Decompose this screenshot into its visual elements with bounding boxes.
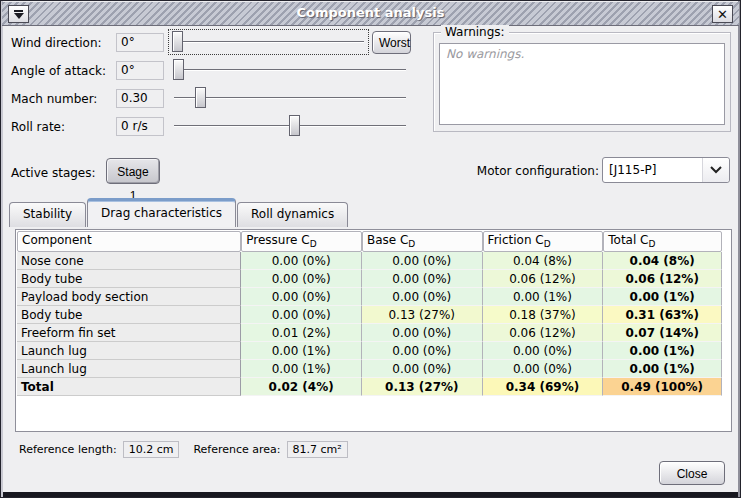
motor-configuration-value: [J115-P] <box>603 158 702 182</box>
roll-rate-label: Roll rate: <box>11 118 65 136</box>
worst-button[interactable]: Worst <box>372 31 411 54</box>
base-cd-value: 0.00 (0%) <box>362 252 483 270</box>
warnings-empty-text: No warnings. <box>446 47 524 61</box>
component-name: Body tube <box>17 306 241 324</box>
pressure-cd-value: 0.00 (0%) <box>241 306 362 324</box>
reference-info: Reference length: 10.2 cm Reference area… <box>19 441 348 458</box>
mach-number-field[interactable]: 0.30 <box>116 89 164 108</box>
table-row: Body tube 0.00 (0%) 0.00 (0%) 0.06 (12%)… <box>17 270 722 288</box>
base-cd-value: 0.00 (0%) <box>362 324 483 342</box>
warnings-group: Warnings: No warnings. <box>433 32 731 132</box>
warnings-list: No warnings. <box>439 43 725 125</box>
pressure-cd-value: 0.00 (1%) <box>241 342 362 360</box>
total-cd-value: 0.31 (63%) <box>603 306 722 324</box>
close-icon: ✕ <box>717 7 728 22</box>
slider-thumb[interactable] <box>173 59 184 80</box>
pressure-cd-value: 0.01 (2%) <box>241 324 362 342</box>
base-cd-value: 0.00 (0%) <box>362 288 483 306</box>
component-name: Payload body section <box>17 288 241 306</box>
pressure-cd-value: 0.02 (4%) <box>241 378 362 396</box>
component-name: Freeform fin set <box>17 324 241 342</box>
component-name: Nose cone <box>17 252 241 270</box>
friction-cd-value: 0.18 (37%) <box>483 306 604 324</box>
tab-roll-dynamics[interactable]: Roll dynamics <box>237 202 348 227</box>
window-title: Component analysis <box>2 5 739 20</box>
reference-length-value: 10.2 cm <box>123 441 180 458</box>
friction-cd-value: 0.00 (0%) <box>483 360 604 378</box>
angle-of-attack-field[interactable]: 0° <box>116 61 164 80</box>
column-header-total-cd[interactable]: Total CD <box>603 231 722 252</box>
table-row: Body tube 0.00 (0%) 0.13 (27%) 0.18 (37%… <box>17 306 722 324</box>
table-total-row: Total 0.02 (4%) 0.13 (27%) 0.34 (69%) 0.… <box>17 378 722 396</box>
friction-cd-value: 0.06 (12%) <box>483 324 604 342</box>
drag-coefficient-table: Component Pressure CD Base CD Friction C… <box>17 231 722 396</box>
column-header-component[interactable]: Component <box>17 231 241 252</box>
component-analysis-dialog: Component analysis ✕ Wind direction: 0° … <box>0 0 741 498</box>
total-cd-value: 0.04 (8%) <box>603 252 722 270</box>
total-cd-value: 0.49 (100%) <box>603 378 722 396</box>
friction-cd-value: 0.06 (12%) <box>483 270 604 288</box>
slider-thumb[interactable] <box>195 87 206 108</box>
table-row: Nose cone 0.00 (0%) 0.00 (0%) 0.04 (8%) … <box>17 252 722 270</box>
pressure-cd-value: 0.00 (1%) <box>241 360 362 378</box>
pressure-cd-value: 0.00 (0%) <box>241 288 362 306</box>
slider-track[interactable] <box>173 41 364 43</box>
tab-stability[interactable]: Stability <box>9 202 86 227</box>
reference-length-label: Reference length: <box>19 443 117 456</box>
close-button[interactable]: Close <box>659 461 725 485</box>
component-name: Total <box>17 378 241 396</box>
reference-area-value: 81.7 cm² <box>287 441 348 458</box>
total-cd-value: 0.07 (14%) <box>603 324 722 342</box>
total-cd-value: 0.06 (12%) <box>603 270 722 288</box>
table-row: Launch lug 0.00 (1%) 0.00 (0%) 0.00 (0%)… <box>17 342 722 360</box>
angle-of-attack-label: Angle of attack: <box>11 62 106 80</box>
base-cd-value: 0.00 (0%) <box>362 360 483 378</box>
pressure-cd-value: 0.00 (0%) <box>241 252 362 270</box>
wind-direction-slider[interactable] <box>170 30 367 55</box>
component-name: Launch lug <box>17 342 241 360</box>
friction-cd-value: 0.04 (8%) <box>483 252 604 270</box>
table-row: Freeform fin set 0.01 (2%) 0.00 (0%) 0.0… <box>17 324 722 342</box>
friction-cd-value: 0.34 (69%) <box>483 378 604 396</box>
base-cd-value: 0.13 (27%) <box>362 306 483 324</box>
roll-rate-slider[interactable] <box>171 114 409 139</box>
component-name: Body tube <box>17 270 241 288</box>
wind-direction-field[interactable]: 0° <box>116 33 164 52</box>
slider-thumb[interactable] <box>289 115 300 136</box>
table-header-row: Component Pressure CD Base CD Friction C… <box>17 231 722 252</box>
wind-direction-label: Wind direction: <box>11 34 102 52</box>
total-cd-value: 0.00 (1%) <box>603 288 722 306</box>
friction-cd-value: 0.00 (1%) <box>483 288 604 306</box>
friction-cd-value: 0.00 (0%) <box>483 342 604 360</box>
active-stages-label: Active stages: <box>11 164 96 182</box>
angle-of-attack-slider[interactable] <box>171 58 409 83</box>
mach-number-slider[interactable] <box>171 86 409 111</box>
analysis-tabs: Stability Drag characteristics Roll dyna… <box>9 198 349 227</box>
component-name: Launch lug <box>17 360 241 378</box>
reference-area-label: Reference area: <box>193 443 280 456</box>
base-cd-value: 0.00 (0%) <box>362 342 483 360</box>
base-cd-value: 0.13 (27%) <box>362 378 483 396</box>
roll-rate-field[interactable]: 0 r/s <box>116 117 164 136</box>
slider-track[interactable] <box>174 97 406 99</box>
column-header-base-cd[interactable]: Base CD <box>362 231 483 252</box>
stage-1-toggle[interactable]: Stage 1 <box>106 158 160 184</box>
mach-number-label: Mach number: <box>11 90 97 108</box>
title-bar[interactable]: Component analysis ✕ <box>2 2 739 26</box>
column-header-friction-cd[interactable]: Friction CD <box>483 231 604 252</box>
motor-configuration-label: Motor configuration: <box>453 164 599 178</box>
slider-track[interactable] <box>174 69 406 71</box>
slider-thumb[interactable] <box>172 31 183 52</box>
column-header-pressure-cd[interactable]: Pressure CD <box>241 231 362 252</box>
motor-configuration-combobox[interactable]: [J115-P] <box>602 157 730 183</box>
window-close-button[interactable]: ✕ <box>712 5 733 23</box>
total-cd-value: 0.00 (1%) <box>603 360 722 378</box>
table-row: Launch lug 0.00 (1%) 0.00 (0%) 0.00 (0%)… <box>17 360 722 378</box>
pressure-cd-value: 0.00 (0%) <box>241 270 362 288</box>
warnings-title: Warnings: <box>441 25 509 39</box>
tab-drag-characteristics[interactable]: Drag characteristics <box>87 198 236 227</box>
drag-table-scrollpane: Component Pressure CD Base CD Friction C… <box>15 229 732 432</box>
table-row: Payload body section 0.00 (0%) 0.00 (0%)… <box>17 288 722 306</box>
chevron-down-icon <box>702 158 729 182</box>
total-cd-value: 0.00 (1%) <box>603 342 722 360</box>
